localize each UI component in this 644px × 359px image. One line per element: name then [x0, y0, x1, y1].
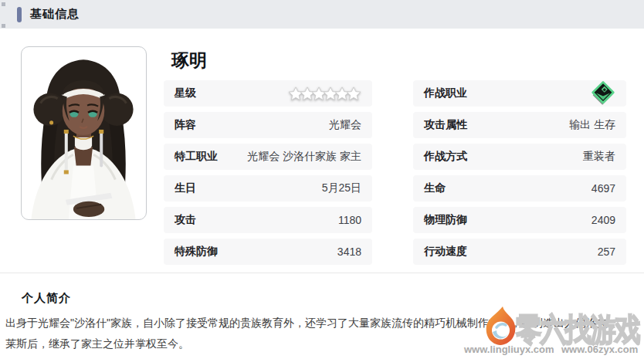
stat-label: 攻击属性 — [424, 118, 467, 132]
stat-value: 3418 — [337, 246, 361, 258]
watermark-url-06zyx: www.06zyx.com — [561, 344, 638, 355]
stat-label: 作战职业 — [424, 86, 467, 100]
stat-label: 星级 — [175, 86, 196, 100]
stat-row-combat-style: 作战方式 重装者 — [413, 144, 626, 170]
stats-column-right: 作战职业 攻击属性 输出 生存 作战方式 重装者 生命 4697 物理防御 24… — [413, 80, 626, 270]
stat-label: 特殊防御 — [175, 245, 218, 259]
character-portrait-illustration — [22, 47, 146, 219]
stat-label: 行动速度 — [424, 245, 467, 259]
stat-value: 光耀会 — [329, 118, 361, 132]
stat-value: 5月25日 — [322, 181, 361, 195]
section-title: 基础信息 — [30, 7, 80, 22]
stat-row-physical-defense: 物理防御 2409 — [413, 207, 626, 233]
stat-value: 257 — [598, 246, 615, 258]
stat-label: 攻击 — [175, 213, 196, 227]
stat-label: 作战方式 — [424, 150, 467, 164]
stat-row-special-defense: 特殊防御 3418 — [164, 239, 372, 265]
character-portrait — [21, 46, 147, 220]
stat-label: 生日 — [175, 181, 196, 195]
stat-row-hp: 生命 4697 — [413, 175, 626, 202]
stat-label: 特工职业 — [175, 150, 218, 164]
stat-row-combat-class: 作战职业 — [413, 80, 626, 107]
accent-pill — [17, 7, 22, 22]
stat-row-attack-attribute: 攻击属性 输出 生存 — [413, 112, 626, 138]
watermark-url-lingliuyx: www.lingliuyx.com — [464, 344, 554, 355]
stat-row-attack: 攻击 1180 — [164, 207, 372, 233]
stat-row-speed: 行动速度 257 — [413, 239, 626, 265]
stat-row-birthday: 生日 5月25日 — [164, 175, 372, 202]
flame-logo-icon — [483, 307, 518, 349]
stat-label: 生命 — [424, 181, 446, 195]
stat-value: 2409 — [591, 214, 615, 226]
stat-value: 4697 — [591, 182, 615, 195]
stat-label: 物理防御 — [424, 213, 467, 227]
stat-row-star-level: 星级 — [164, 80, 372, 107]
empty-star-icon — [346, 86, 361, 101]
stat-label: 阵容 — [175, 118, 196, 132]
section-header-bar: 基础信息 — [0, 0, 644, 29]
section-divider — [0, 273, 644, 273]
bio-title: 个人简介 — [22, 291, 71, 306]
green-diamond-class-icon — [591, 80, 615, 108]
stat-row-faction: 阵容 光耀会 — [164, 112, 372, 138]
stat-value: 1180 — [338, 214, 361, 226]
edit-handle-bottom — [2, 24, 5, 28]
stats-column-left: 星级 阵容 光耀会 特工职业 光耀会 沙洛什家族 家主 生日 5月25日 攻击 … — [164, 80, 372, 270]
stat-value: 输出 生存 — [569, 118, 615, 132]
stat-row-agent-occupation: 特工职业 光耀会 沙洛什家族 家主 — [164, 144, 372, 170]
stat-value: 重装者 — [583, 150, 615, 164]
edit-handle-top — [2, 2, 5, 6]
stat-value: 光耀会 沙洛什家族 家主 — [247, 150, 361, 164]
character-name: 琢明 — [171, 49, 207, 73]
star-rating — [288, 86, 361, 101]
